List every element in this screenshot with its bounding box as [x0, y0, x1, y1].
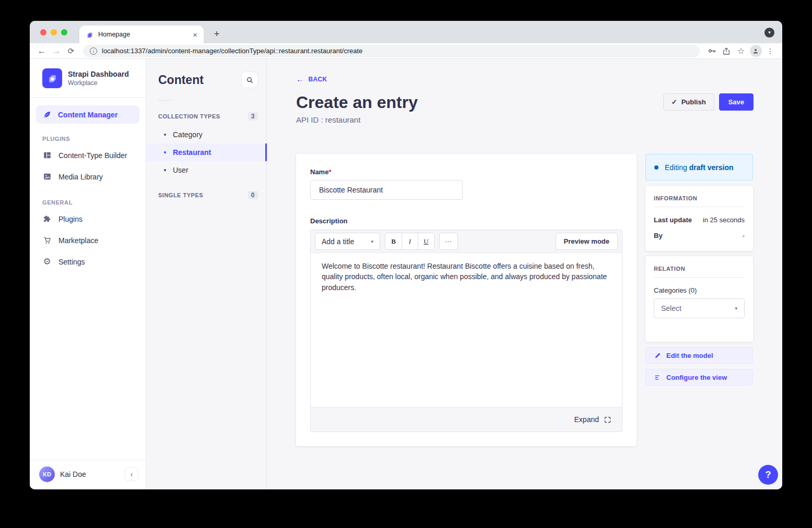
save-button[interactable]: Save — [719, 93, 754, 111]
search-icon — [246, 76, 254, 84]
sidebar-item-content-manager[interactable]: Content Manager — [36, 105, 139, 124]
tab-strip: Homepage × + ▼ — [30, 21, 782, 43]
configure-view-button[interactable]: Configure the view — [645, 369, 753, 386]
subnav-divider — [158, 100, 171, 101]
subnav-item-label: Category — [173, 130, 203, 139]
categories-label: Categories (0) — [654, 286, 745, 294]
bullet-dot — [164, 151, 166, 153]
tab-title: Homepage — [98, 31, 188, 38]
entry-form-card: Name* Description Add a title ▾ B — [296, 154, 637, 446]
bold-button[interactable]: B — [385, 233, 402, 249]
single-types-header: SINGLE TYPES 0 — [146, 186, 266, 205]
editor-toolbar: Add a title ▾ B I U ... Preview mode — [311, 230, 622, 253]
browser-update-chip[interactable]: ▼ — [764, 28, 774, 38]
draft-status-banner: Editing draft version — [645, 154, 753, 181]
title-style-dropdown[interactable]: Add a title ▾ — [315, 233, 380, 250]
italic-button[interactable]: I — [402, 233, 418, 249]
sidebar-item-plugins[interactable]: Plugins — [30, 208, 146, 230]
expand-label[interactable]: Expand — [574, 415, 599, 424]
general-section-label: GENERAL — [30, 187, 146, 208]
content-subnav: Content COLLECTION TYPES 3 Category Rest… — [146, 59, 267, 489]
relation-card: RELATION Categories (0) Select ▾ — [645, 256, 753, 342]
strapi-favicon — [86, 31, 93, 39]
subnav-item-label: User — [173, 166, 189, 174]
check-icon: ✓ — [672, 98, 677, 106]
publish-button[interactable]: ✓ Publish — [663, 93, 714, 111]
editor-footer: Expand — [311, 407, 622, 431]
minimize-window-button[interactable] — [51, 29, 57, 35]
name-input[interactable] — [310, 180, 463, 200]
close-tab-icon[interactable]: × — [193, 30, 197, 39]
categories-select[interactable]: Select ▾ — [654, 298, 745, 318]
pen-icon — [42, 110, 52, 119]
password-key-icon[interactable] — [705, 44, 719, 58]
last-update-value: in 25 seconds — [703, 216, 745, 224]
underline-button[interactable]: U — [418, 233, 434, 249]
subnav-item-user[interactable]: User — [146, 161, 266, 179]
sidebar-item-label: Media Library — [58, 173, 103, 181]
share-icon[interactable] — [720, 44, 733, 58]
reload-button[interactable]: ⟳ — [64, 44, 78, 58]
chevron-down-icon: ▾ — [735, 306, 737, 311]
entry-aside: Editing draft version INFORMATION Last u… — [645, 154, 753, 446]
by-label: By — [654, 232, 663, 239]
strapi-app: Strapi Dashboard Workplace Content Manag… — [30, 59, 782, 489]
browser-menu-icon[interactable]: ⋮ — [763, 44, 777, 58]
main-sidebar: Strapi Dashboard Workplace Content Manag… — [30, 59, 146, 489]
strapi-logo — [42, 68, 62, 88]
api-id-subtitle: API ID : restaurant — [296, 115, 418, 124]
description-field-label: Description — [310, 217, 622, 225]
sidebar-item-marketplace[interactable]: Marketplace — [30, 230, 146, 251]
subnav-item-category[interactable]: Category — [146, 126, 266, 143]
status-dot — [654, 165, 658, 170]
sidebar-item-settings[interactable]: ⚙ Settings — [30, 251, 146, 272]
more-formats-button[interactable]: ... — [439, 233, 458, 250]
url-text: localhost:1337/admin/content-manager/col… — [102, 47, 362, 55]
subnav-item-label: Restaurant — [173, 148, 211, 157]
select-placeholder: Select — [661, 304, 681, 313]
collapse-sidebar-button[interactable]: ‹ — [125, 467, 138, 481]
close-window-button[interactable] — [40, 29, 46, 35]
browser-tab[interactable]: Homepage × — [79, 26, 204, 43]
subnav-title: Content — [158, 73, 204, 87]
back-button[interactable]: ← — [35, 44, 49, 58]
subnav-item-restaurant[interactable]: Restaurant — [146, 143, 266, 161]
information-card: INFORMATION Last update in 25 seconds By… — [645, 186, 753, 251]
workspace-header[interactable]: Strapi Dashboard Workplace — [30, 59, 146, 98]
sidebar-item-label: Content Manager — [58, 111, 117, 119]
browser-toolbar: ← → ⟳ i localhost:1337/admin/content-man… — [30, 43, 782, 59]
browser-window: Homepage × + ▼ ← → ⟳ i localhost:1337/ad… — [30, 21, 782, 489]
image-icon — [42, 172, 52, 181]
back-link[interactable]: ← BACK — [296, 75, 327, 83]
preview-mode-button[interactable]: Preview mode — [556, 233, 618, 250]
edit-model-button[interactable]: Edit the model — [645, 347, 753, 364]
forward-button[interactable]: → — [50, 44, 63, 58]
sidebar-item-media-library[interactable]: Media Library — [30, 166, 146, 187]
workspace-name: Workplace — [68, 79, 129, 87]
help-button[interactable]: ? — [758, 465, 778, 485]
information-title: INFORMATION — [654, 195, 745, 201]
divider — [654, 207, 745, 207]
bullet-dot — [164, 134, 166, 136]
single-types-count-badge: 0 — [248, 191, 258, 199]
description-textarea[interactable]: Welcome to Biscotte restaurant! Restaura… — [311, 253, 622, 407]
back-arrow-icon: ← — [296, 75, 304, 83]
sidebar-item-content-type-builder[interactable]: Content-Type Builder — [30, 145, 146, 166]
puzzle-icon — [42, 214, 52, 223]
chevron-down-icon: ▾ — [371, 239, 373, 244]
format-button-group: B I U — [385, 233, 434, 250]
search-button[interactable] — [241, 71, 258, 88]
profile-avatar[interactable] — [749, 44, 762, 58]
new-tab-button[interactable]: + — [210, 27, 223, 41]
maximize-window-button[interactable] — [61, 29, 67, 35]
by-value: - — [743, 232, 745, 239]
sidebar-item-label: Settings — [58, 258, 85, 266]
site-info-icon[interactable]: i — [90, 47, 97, 55]
bookmark-star-icon[interactable]: ☆ — [734, 44, 748, 58]
address-bar[interactable]: i localhost:1337/admin/content-manager/c… — [83, 45, 700, 57]
expand-icon[interactable] — [604, 416, 611, 424]
plugins-section-label: PLUGINS — [30, 124, 146, 145]
user-avatar[interactable]: KD — [39, 466, 55, 482]
app-name: Strapi Dashboard — [68, 70, 129, 79]
page-title: Create an entry — [296, 93, 418, 112]
